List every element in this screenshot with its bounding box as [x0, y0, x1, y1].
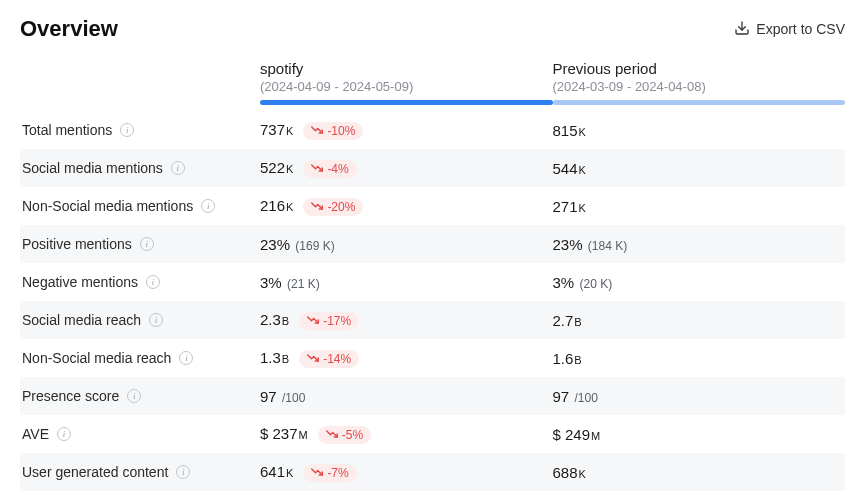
current-value: 641: [260, 463, 285, 480]
info-icon[interactable]: i: [120, 123, 134, 137]
current-unit: K: [286, 163, 293, 175]
column-current-name: spotify: [260, 60, 553, 77]
delta-value: -5%: [342, 428, 363, 442]
trend-down-icon: [311, 200, 323, 214]
previous-value: 688: [553, 464, 578, 481]
column-previous-header: Previous period (2024-03-09 - 2024-04-08…: [553, 60, 846, 111]
table-row: User generated contenti641K-7%688K: [20, 453, 845, 491]
current-value: 1.3: [260, 349, 281, 366]
previous-value: 97: [553, 388, 570, 405]
info-icon[interactable]: i: [57, 427, 71, 441]
current-value-cell: 216K-20%: [260, 197, 553, 216]
delta-value: -7%: [327, 466, 348, 480]
previous-subvalue: (20 K): [576, 277, 612, 291]
table-row: Social media reachi2.3B-17%2.7B: [20, 301, 845, 339]
current-value-cell: 97 /100: [260, 388, 553, 405]
column-previous-bar: [553, 100, 846, 105]
current-value: 2.3: [260, 311, 281, 328]
previous-value-cell: 271K: [553, 198, 846, 215]
previous-value: 1.6: [553, 350, 574, 367]
metric-label: Presence score: [22, 388, 119, 404]
metric-label-cell: Negative mentionsi: [20, 274, 260, 290]
current-subvalue: /100: [279, 391, 306, 405]
previous-subvalue: /100: [571, 391, 598, 405]
previous-value-cell: 23% (184 K): [553, 236, 846, 253]
current-value-cell: 737K-10%: [260, 121, 553, 140]
current-unit: K: [286, 201, 293, 213]
delta-value: -20%: [327, 200, 355, 214]
trend-down-icon: [311, 124, 323, 138]
metric-label: Non-Social media reach: [22, 350, 171, 366]
current-value-cell: 641K-7%: [260, 463, 553, 482]
current-value-cell: 1.3B-14%: [260, 349, 553, 368]
info-icon[interactable]: i: [201, 199, 215, 213]
info-icon[interactable]: i: [171, 161, 185, 175]
info-icon[interactable]: i: [179, 351, 193, 365]
current-value: 3%: [260, 274, 282, 291]
metric-label: Non-Social media mentions: [22, 198, 193, 214]
table-row: Non-Social media mentionsi216K-20%271K: [20, 187, 845, 225]
metric-label-cell: User generated contenti: [20, 464, 260, 480]
column-current-header: spotify (2024-04-09 - 2024-05-09): [260, 60, 553, 111]
export-csv-button[interactable]: Export to CSV: [734, 20, 845, 39]
column-previous-range: (2024-03-09 - 2024-04-08): [553, 79, 846, 94]
info-icon[interactable]: i: [176, 465, 190, 479]
previous-value-cell: 1.6B: [553, 350, 846, 367]
metric-label-cell: Social media reachi: [20, 312, 260, 328]
delta-value: -10%: [327, 124, 355, 138]
delta-badge: -4%: [303, 160, 356, 178]
current-value-cell: 2.3B-17%: [260, 311, 553, 330]
previous-value: 3%: [553, 274, 575, 291]
previous-value: 271: [553, 198, 578, 215]
page-title: Overview: [20, 16, 118, 42]
current-value: 216: [260, 197, 285, 214]
info-icon[interactable]: i: [146, 275, 160, 289]
download-icon: [734, 20, 750, 39]
metric-label-cell: Non-Social media reachi: [20, 350, 260, 366]
previous-unit: K: [579, 164, 586, 176]
previous-unit: B: [574, 354, 581, 366]
metric-label-cell: Presence scorei: [20, 388, 260, 404]
metric-label: Negative mentions: [22, 274, 138, 290]
delta-badge: -17%: [299, 312, 359, 330]
delta-value: -17%: [323, 314, 351, 328]
current-subvalue: (21 K): [284, 277, 320, 291]
column-current-bar: [260, 100, 553, 105]
current-unit: B: [282, 353, 289, 365]
previous-value-cell: 2.7B: [553, 312, 846, 329]
current-value-cell: 3% (21 K): [260, 274, 553, 291]
table-row: Presence scorei97 /10097 /100: [20, 377, 845, 415]
previous-unit: B: [574, 316, 581, 328]
metric-label-cell: Social media mentionsi: [20, 160, 260, 176]
current-value-cell: $ 237M-5%: [260, 425, 553, 444]
current-unit: M: [299, 429, 308, 441]
current-value: 522: [260, 159, 285, 176]
info-icon[interactable]: i: [149, 313, 163, 327]
delta-value: -4%: [327, 162, 348, 176]
previous-value-cell: $ 249M: [553, 426, 846, 443]
previous-value-cell: 544K: [553, 160, 846, 177]
current-value: 97: [260, 388, 277, 405]
table-row: Negative mentionsi3% (21 K)3% (20 K): [20, 263, 845, 301]
info-icon[interactable]: i: [127, 389, 141, 403]
current-unit: K: [286, 125, 293, 137]
delta-badge: -10%: [303, 122, 363, 140]
metric-label-cell: Total mentionsi: [20, 122, 260, 138]
current-value: 737: [260, 121, 285, 138]
metric-label: Total mentions: [22, 122, 112, 138]
current-value-cell: 23% (169 K): [260, 236, 553, 253]
delta-badge: -14%: [299, 350, 359, 368]
previous-value: 2.7: [553, 312, 574, 329]
current-unit: K: [286, 467, 293, 479]
export-csv-label: Export to CSV: [756, 21, 845, 37]
metric-label: Social media reach: [22, 312, 141, 328]
previous-unit: K: [579, 202, 586, 214]
info-icon[interactable]: i: [140, 237, 154, 251]
previous-subvalue: (184 K): [585, 239, 628, 253]
table-row: Non-Social media reachi1.3B-14%1.6B: [20, 339, 845, 377]
metric-label: Social media mentions: [22, 160, 163, 176]
trend-down-icon: [307, 314, 319, 328]
metric-label-cell: AVEi: [20, 426, 260, 442]
previous-value: 544: [553, 160, 578, 177]
trend-down-icon: [326, 428, 338, 442]
